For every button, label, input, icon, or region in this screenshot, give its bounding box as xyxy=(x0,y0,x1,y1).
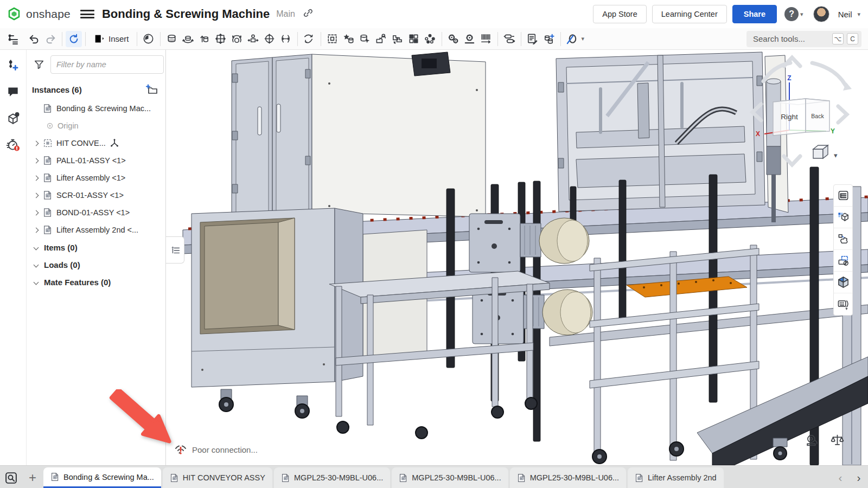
redo-button[interactable] xyxy=(42,31,59,47)
user-name[interactable]: Neil xyxy=(838,10,852,19)
main-menu-icon[interactable] xyxy=(80,9,94,20)
poor-connection-icon xyxy=(174,444,187,455)
add-instance-icon[interactable] xyxy=(144,81,160,98)
manage-instances-icon[interactable] xyxy=(373,31,390,47)
viewcube-front-label[interactable]: Right xyxy=(781,113,798,121)
configurations-icon[interactable] xyxy=(445,31,462,47)
share-button[interactable]: Share xyxy=(732,5,777,23)
mate-parallel-icon[interactable] xyxy=(245,31,261,47)
expand-chevron-icon[interactable] xyxy=(34,140,39,146)
search-tabs-button[interactable] xyxy=(0,467,22,488)
filter-input[interactable] xyxy=(50,55,164,74)
origin-icon xyxy=(46,122,54,130)
tree-item-origin[interactable]: Origin xyxy=(31,117,161,134)
tab-doc-icon xyxy=(635,473,644,483)
app-store-button[interactable]: App Store xyxy=(593,5,647,23)
mate-revolute-icon[interactable] xyxy=(180,31,196,47)
viewcube-side-label[interactable]: Back xyxy=(811,113,824,119)
keyboard-shortcuts-button[interactable] xyxy=(834,293,852,315)
activity-alert-icon[interactable] xyxy=(4,136,22,153)
mate-relation-icon[interactable] xyxy=(301,31,317,47)
mass-properties-icon[interactable] xyxy=(831,433,844,447)
bom-edit-icon[interactable] xyxy=(525,31,541,47)
tab-lifter-assembly-2nd[interactable]: Lifter Assembly 2nd xyxy=(628,467,724,488)
tree-item-scr-01-assy[interactable]: SCR-01-ASSY <1> xyxy=(31,187,161,204)
section-mate-features[interactable]: Mate Features (0) xyxy=(31,273,161,291)
connection-status-text: Poor connection... xyxy=(192,445,258,454)
versions-icon[interactable] xyxy=(4,56,22,74)
expand-chevron-icon[interactable] xyxy=(34,175,39,181)
tree-item-lifter-assembly-2nd[interactable]: Lifter Assembly 2nd <... xyxy=(31,221,161,239)
tab-scroll-right-button[interactable]: › xyxy=(850,467,868,488)
tab-mgpl25-2[interactable]: MGPL25-30-M9BL-U06... xyxy=(392,467,508,488)
tab-mgpl25-3[interactable]: MGPL25-30-M9BL-U06... xyxy=(510,467,626,488)
snap-mode-icon[interactable] xyxy=(564,31,580,47)
help-menu[interactable]: ? ▾ xyxy=(784,7,803,21)
explode-view-icon[interactable] xyxy=(422,31,438,47)
replicate-icon[interactable] xyxy=(390,31,406,47)
tree-item-bond-01-assy[interactable]: BOND-01-ASSY <1> xyxy=(31,204,161,221)
tape-measure-icon[interactable] xyxy=(805,433,819,447)
named-views-icon[interactable] xyxy=(541,31,557,47)
mate-planar-icon[interactable] xyxy=(213,31,229,47)
swap-instance-icon[interactable] xyxy=(501,31,518,47)
undo-button[interactable] xyxy=(26,31,42,47)
filter-icon[interactable] xyxy=(31,56,47,73)
bom-table-button[interactable] xyxy=(834,207,852,228)
tab-bonding-screwing-machine[interactable]: Bonding & Screwing Ma... xyxy=(43,467,161,488)
mate-ball-icon[interactable] xyxy=(229,31,245,47)
history-icon[interactable] xyxy=(141,31,157,47)
tab-hit-conveyor-assy[interactable]: HIT CONVEYOR ASSY xyxy=(163,467,272,488)
view-options-button[interactable]: ▾ xyxy=(813,145,838,159)
section-items[interactable]: Items (0) xyxy=(31,239,161,256)
section-loads[interactable]: Loads (0) xyxy=(31,256,161,273)
user-avatar[interactable] xyxy=(813,6,829,22)
section-view-button[interactable] xyxy=(834,250,852,272)
tree-item-hit-conveyor[interactable]: HIT CONVE... xyxy=(31,134,161,152)
mate-slider-icon[interactable] xyxy=(196,31,213,47)
collapse-chevron-icon[interactable] xyxy=(34,245,39,250)
expand-chevron-icon[interactable] xyxy=(34,227,39,233)
onshape-logo[interactable]: onshape xyxy=(7,7,71,22)
expand-chevron-icon[interactable] xyxy=(34,192,39,198)
mate-pin-slot-icon[interactable] xyxy=(278,31,294,47)
structure-tree-button[interactable] xyxy=(834,185,852,207)
panel-flyout-toggle[interactable] xyxy=(166,236,184,264)
pattern-icon[interactable] xyxy=(406,31,422,47)
mate-cylindrical-icon[interactable] xyxy=(261,31,278,47)
assembly-model-canvas[interactable]: Right Back X Y Z ▾ xyxy=(167,50,868,465)
tab-scroll-left-button[interactable]: ‹ xyxy=(831,467,850,488)
insert-feature-icon[interactable] xyxy=(341,31,357,47)
assembly-doc-icon xyxy=(43,104,53,113)
expand-chevron-icon[interactable] xyxy=(34,210,39,215)
box-select-icon[interactable] xyxy=(324,31,341,47)
derived-part-button[interactable] xyxy=(834,228,852,250)
collapse-chevron-icon[interactable] xyxy=(34,279,39,285)
tree-item-lifter-assembly[interactable]: Lifter Assembly <1> xyxy=(31,169,161,187)
tab-mgpl25-1[interactable]: MGPL25-30-M9BL-U06... xyxy=(274,467,390,488)
3d-viewport[interactable]: Right Back X Y Z ▾ xyxy=(167,50,868,465)
search-tools-field[interactable]: Search tools... ⌥ C xyxy=(746,31,861,47)
tree-item-root-assembly[interactable]: Bonding & Screwing Mac... xyxy=(31,100,161,117)
collapse-chevron-icon[interactable] xyxy=(34,262,39,267)
user-menu-chevron-icon[interactable]: ▾ xyxy=(857,11,860,18)
share-link-icon[interactable] xyxy=(303,8,314,21)
edit-part-icon[interactable] xyxy=(357,31,373,47)
assembly-feature-icon[interactable] xyxy=(462,31,478,47)
part-help-icon[interactable]: ? xyxy=(4,110,22,127)
learning-center-button[interactable]: Learning Center xyxy=(652,5,727,23)
feature-list-toggle-icon[interactable] xyxy=(5,31,21,47)
expand-chevron-icon[interactable] xyxy=(34,158,39,163)
comments-icon[interactable] xyxy=(4,83,22,100)
snap-mode-chevron-icon[interactable]: ▾ xyxy=(582,35,585,42)
insert-button[interactable]: Insert xyxy=(89,31,133,47)
assembly-doc-icon xyxy=(43,225,53,235)
help-icon: ? xyxy=(784,7,799,21)
update-icon[interactable] xyxy=(66,31,82,47)
tree-item-pall-01-assy[interactable]: PALL-01-ASSY <1> xyxy=(31,152,161,169)
spring-follow-icon[interactable] xyxy=(478,31,494,47)
isometric-triad-button[interactable] xyxy=(834,272,852,293)
workspace-label[interactable]: Main xyxy=(276,9,295,19)
add-tab-button[interactable]: + xyxy=(22,467,43,488)
mate-fastened-icon[interactable] xyxy=(164,31,180,47)
